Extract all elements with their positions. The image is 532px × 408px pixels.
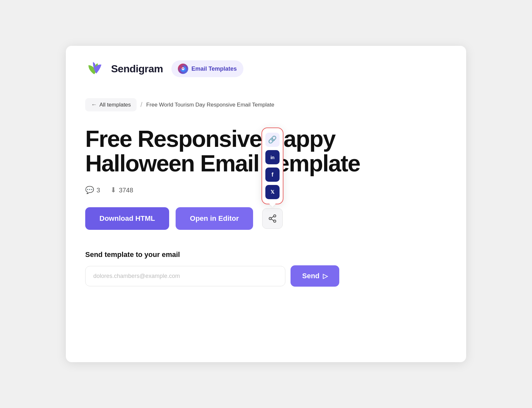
open-editor-button[interactable]: Open in Editor (176, 207, 253, 230)
comments-count: 3 (97, 187, 100, 194)
comment-icon: 💬 (85, 186, 94, 194)
share-linkedin-button[interactable]: in (265, 150, 280, 164)
email-input[interactable] (85, 266, 285, 286)
svg-line-8 (271, 217, 274, 218)
downloads-count: 3748 (119, 187, 133, 194)
comments-stat: 💬 3 (85, 186, 100, 194)
twitter-label: 𝕏 (271, 189, 274, 195)
breadcrumb: ← All templates / Free World Tourism Day… (85, 98, 447, 111)
back-label: All templates (99, 102, 131, 108)
share-popup: 🔗 in f 𝕏 (261, 128, 283, 204)
send-button[interactable]: Send ▷ (291, 265, 339, 287)
download-html-button[interactable]: Download HTML (85, 207, 169, 230)
send-form: Send ▷ (85, 265, 447, 287)
logo-icon (85, 59, 105, 79)
send-arrow-icon: ▷ (323, 272, 328, 280)
action-buttons: Download HTML Open in Editor 🔗 in f 𝕏 (85, 207, 447, 230)
send-label: Send template to your email (85, 250, 447, 259)
send-section: Send template to your email Send ▷ (85, 250, 447, 287)
facebook-label: f (271, 171, 273, 178)
breadcrumb-current: Free World Tourism Day Responsive Email … (146, 102, 274, 108)
share-button[interactable] (262, 208, 283, 229)
share-facebook-button[interactable]: f (265, 168, 280, 182)
send-label-text: Send (302, 272, 320, 280)
share-link-button[interactable]: 🔗 (265, 133, 280, 147)
badge-label: Email Templates (191, 66, 237, 72)
share-wrapper: 🔗 in f 𝕏 (262, 208, 283, 229)
download-count-icon: ⬇ (110, 186, 116, 194)
brand-name: Sendigram (111, 63, 163, 75)
badge-icon (178, 64, 188, 74)
back-button[interactable]: ← All templates (85, 98, 137, 111)
breadcrumb-separator: / (140, 101, 142, 108)
share-twitter-button[interactable]: 𝕏 (265, 185, 280, 199)
back-arrow-icon: ← (91, 101, 97, 108)
main-window: Sendigram Email Tem (66, 46, 466, 362)
page-title: Free Responsive Happy Halloween Email Te… (85, 127, 363, 176)
downloads-stat: ⬇ 3748 (110, 186, 133, 194)
svg-line-7 (271, 219, 274, 221)
email-templates-badge[interactable]: Email Templates (171, 60, 243, 77)
header: Sendigram Email Tem (85, 59, 447, 79)
linkedin-label: in (271, 155, 274, 160)
